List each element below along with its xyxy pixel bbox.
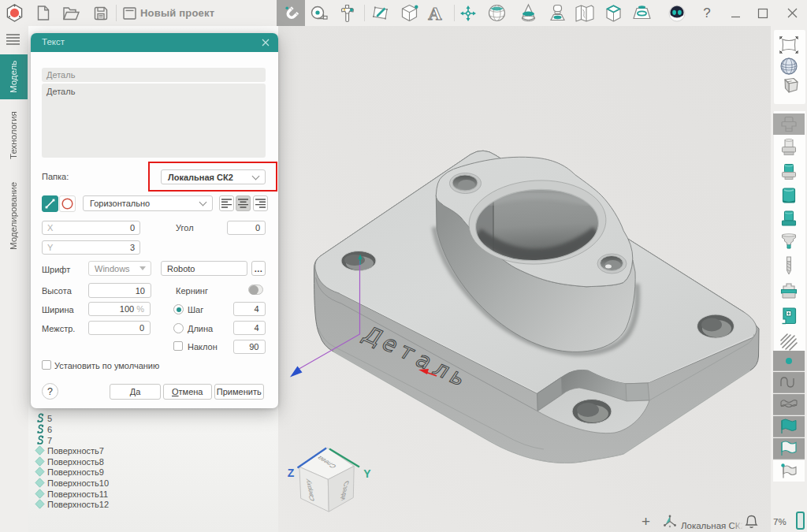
length-radio[interactable] (173, 323, 184, 333)
step-field[interactable]: 4 (233, 302, 266, 316)
tool-cylinder-button[interactable] (773, 137, 805, 159)
document-tab-icon[interactable] (118, 0, 140, 26)
shell-box-icon (779, 76, 799, 95)
hatch-button[interactable] (773, 331, 805, 353)
plane-hole-button[interactable] (630, 0, 653, 26)
circle-mode-button[interactable] (59, 195, 76, 212)
tree-item[interactable]: 6 (35, 424, 52, 434)
tree-item[interactable]: Поверхность12 (35, 499, 109, 509)
solid-cube-button[interactable] (397, 0, 421, 26)
wireframe-display-button[interactable] (773, 438, 805, 459)
line-mode-button[interactable] (42, 195, 58, 212)
surface-patch-button[interactable] (773, 35, 805, 55)
tree-item[interactable]: 7 (35, 435, 52, 445)
press-tool-button[interactable] (545, 0, 569, 26)
stamp-tool-button[interactable] (773, 280, 805, 302)
machine-button[interactable] (773, 305, 805, 327)
side-tab-modeling[interactable]: Моделирование (0, 172, 28, 260)
viewport-3d[interactable]: Д е т а л ь Слева Сверху Сзади Z Y (278, 26, 771, 532)
text-tool-button[interactable]: A (423, 0, 447, 26)
align-center-button[interactable] (236, 195, 251, 211)
revolve-cone-button[interactable] (516, 0, 540, 26)
snap-toggle-button[interactable] (277, 0, 305, 26)
tree-item[interactable]: Поверхность7 (35, 445, 104, 456)
step-radio[interactable] (173, 304, 184, 314)
curve-display-button[interactable] (773, 372, 805, 393)
tree-item-label: Поверхность9 (47, 467, 104, 477)
open-file-button[interactable] (59, 0, 83, 26)
angle-field[interactable]: 0 (227, 221, 266, 235)
drill-bit-button[interactable] (773, 255, 805, 277)
battery-indicator[interactable] (796, 512, 805, 530)
tape-measure-button[interactable] (307, 0, 331, 26)
text-content-textarea[interactable]: Деталь (42, 84, 266, 158)
dialog-close-button[interactable] (259, 36, 272, 49)
height-field[interactable]: 10 (88, 283, 151, 298)
active-cs-label[interactable]: Локальная СК2 (681, 518, 743, 529)
font-name-field[interactable]: Roboto (161, 261, 247, 276)
line-spacing-field[interactable]: 0 (88, 321, 151, 335)
shell-box-button[interactable] (773, 76, 805, 96)
close-window-button[interactable] (781, 0, 803, 26)
sketch-button[interactable] (368, 0, 392, 26)
revolve-cone-icon (519, 3, 538, 23)
point-display-button[interactable] (773, 351, 805, 371)
flag-point-button[interactable] (773, 460, 805, 482)
main-menu-button[interactable] (6, 34, 20, 48)
new-file-button[interactable] (32, 0, 55, 26)
block-cube-button[interactable] (602, 0, 624, 26)
tool-punch-button[interactable] (773, 232, 805, 254)
press-form-button[interactable] (773, 113, 805, 135)
set-default-checkbox[interactable] (42, 360, 51, 370)
kerning-toggle[interactable] (248, 285, 263, 295)
align-left-button[interactable] (219, 195, 234, 211)
dialog-help-button[interactable]: ? (42, 383, 58, 400)
side-tab-model[interactable]: Модель (0, 54, 28, 99)
slant-checkbox[interactable] (173, 341, 183, 351)
minimize-button[interactable] (725, 0, 746, 26)
tree-item[interactable]: 5 (35, 413, 52, 423)
y-axis-label: Y (363, 467, 371, 480)
font-browse-button[interactable]: ... (251, 261, 266, 276)
surface-display-button[interactable] (773, 394, 805, 415)
assistant-robot-button[interactable] (666, 0, 688, 26)
caliper-button[interactable] (336, 0, 359, 26)
ok-button[interactable]: Да (110, 384, 161, 400)
font-system-dropdown[interactable]: Windows (88, 261, 151, 276)
apply-button[interactable]: Применить (214, 384, 265, 400)
help-button[interactable]: ? (697, 0, 717, 26)
maximize-button[interactable] (753, 0, 773, 26)
wire-sphere-icon (779, 57, 798, 76)
orientation-dropdown[interactable]: Горизонтально (83, 195, 213, 211)
x-coordinate-field[interactable]: X 0 (42, 221, 140, 235)
coordinate-system-icon[interactable] (663, 515, 677, 528)
zoom-level: 7% (773, 517, 787, 526)
waves-icon (779, 395, 799, 414)
length-field[interactable]: 4 (233, 321, 266, 335)
document-title[interactable]: Новый проект (140, 7, 214, 19)
mesh-sphere-button[interactable] (485, 0, 508, 26)
tool-teal-ring-button[interactable] (773, 162, 805, 184)
tree-item[interactable]: Поверхность9 (35, 467, 104, 477)
tool-teal-collar-button[interactable] (773, 208, 805, 230)
mesh-sphere-surface-button[interactable] (773, 56, 805, 76)
app-logo[interactable] (2, 0, 26, 26)
width-field[interactable]: 100 % (88, 302, 151, 316)
move-button[interactable] (457, 0, 479, 26)
notifications-bell-icon[interactable] (745, 514, 758, 529)
side-tab-technology[interactable]: Технология (0, 105, 28, 166)
tree-item[interactable]: Поверхность8 (35, 456, 104, 467)
dialog-titlebar[interactable]: Текст (31, 33, 278, 52)
cancel-button[interactable]: Отмена (163, 384, 212, 400)
tool-teal-cylinder-button[interactable] (773, 185, 805, 207)
text-name-input[interactable]: Деталь (42, 68, 266, 82)
unfold-map-button[interactable] (573, 0, 597, 26)
y-coordinate-field[interactable]: Y 3 (42, 240, 140, 255)
tree-item[interactable]: Поверхность10 (35, 478, 109, 488)
slant-field[interactable]: 90 (233, 340, 266, 354)
tree-item[interactable]: Поверхность11 (35, 489, 108, 499)
add-view-button[interactable]: + (642, 513, 650, 530)
save-file-button[interactable] (89, 0, 113, 26)
solid-display-button[interactable] (773, 416, 805, 437)
align-right-button[interactable] (253, 195, 268, 211)
